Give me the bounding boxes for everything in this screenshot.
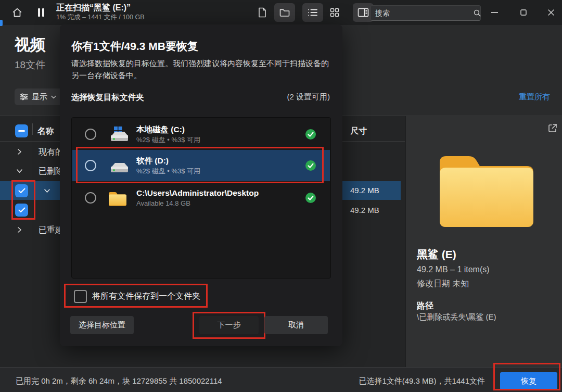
writable-check-icon (305, 129, 316, 140)
destination-detail: Available 14.8 GB (136, 199, 259, 208)
dialog-description: 请选择数据恢复的目标位置。我们强烈建议将内容恢复至不同于扫描设备的另一台存储设备… (71, 58, 333, 81)
destination-name: 本地磁盘 (C:) (136, 124, 200, 134)
folder-preview-icon (436, 145, 538, 233)
select-all-checkbox[interactable] (15, 124, 28, 137)
scan-title: 正在扫描“黑鲨 (E:)” (56, 3, 145, 13)
display-filter-label: 显示 (32, 92, 47, 102)
destination-list: 本地磁盘 (C:) %2$ 磁盘 • %3$ 可用 (71, 117, 331, 279)
pause-button[interactable] (34, 6, 48, 19)
expander-collapsed-icon[interactable] (17, 226, 22, 233)
close-icon (548, 9, 554, 16)
c-drive-icon (108, 126, 129, 143)
grid-icon (330, 8, 339, 17)
document-icon (258, 7, 267, 18)
column-header-name[interactable]: 名称 (37, 126, 54, 137)
folder-small-icon (108, 190, 129, 206)
file-size-cell: 49.2 MB (350, 186, 379, 195)
annotation-checkboxes (11, 180, 35, 220)
maximize-icon (520, 9, 527, 16)
home-button[interactable] (8, 5, 26, 20)
file-view-button[interactable] (254, 5, 271, 20)
annotation-next-button (193, 312, 265, 339)
display-filter-button[interactable]: 显示 (15, 88, 67, 105)
close-button[interactable] (541, 4, 561, 21)
preview-path-label: 路径 (417, 301, 433, 312)
file-count-label: 18文件 (15, 58, 45, 72)
app-window: 正在扫描“黑鲨 (E:)” 1% 完成 – 1441 文件 / 100 GB (0, 0, 562, 392)
list-view-button[interactable] (302, 3, 323, 22)
destination-item-desktop[interactable]: C:\Users\Administrator\Desktop Available… (72, 182, 330, 213)
preview-modified: 修改日期 未知 (417, 279, 469, 289)
destination-detail: %2$ 磁盘 • %3$ 可用 (136, 136, 200, 144)
destination-name: C:\Users\Administrator\Desktop (136, 188, 259, 198)
preview-path-value: \已删除或丢失\黑鲨 (E) (417, 312, 496, 322)
column-separator (32, 123, 33, 135)
indeterminate-mark (18, 130, 25, 132)
page-title: 视频 (15, 34, 46, 56)
pause-icon (37, 8, 45, 17)
annotation-selected-destination (76, 147, 324, 183)
writable-check-icon (305, 192, 316, 204)
search-input[interactable] (371, 9, 474, 17)
scan-status: 正在扫描“黑鲨 (E:)” 1% 完成 – 1441 文件 / 100 GB (56, 3, 145, 22)
search-field[interactable] (371, 5, 481, 21)
home-icon (11, 7, 23, 18)
status-bar: 已用完 0h 2m，剩余 6h 24m，块 12729855 共 1850022… (0, 367, 562, 392)
destination-section-label: 选择恢复目标文件夹 (71, 92, 144, 103)
nav-accent-bar (0, 20, 3, 26)
dialog-title: 你有1文件/49.3 MB要恢复 (71, 39, 198, 54)
folder-icon (279, 8, 290, 17)
annotation-recover-button (493, 363, 560, 390)
preview-item-name: 黑鲨 (E) (417, 247, 456, 262)
chevron-down-icon (51, 95, 56, 99)
grid-view-button[interactable] (326, 5, 343, 20)
expander-expanded-icon[interactable] (16, 169, 23, 173)
status-selection-summary: 已选择1文件(49.3 MB)，共1441文件 (359, 376, 485, 386)
preview-panel: 黑鲨 (E) 49.2 MB – 1 item(s) 修改日期 未知 路径 \已… (405, 116, 562, 367)
recovery-dialog: 你有1文件/49.3 MB要恢复 请选择数据恢复的目标位置。我们强烈建议将内容恢… (60, 24, 342, 346)
reset-all-link[interactable]: 重置所有 (519, 92, 550, 102)
destination-item-c-drive[interactable]: 本地磁盘 (C:) %2$ 磁盘 • %3$ 可用 (72, 119, 330, 150)
choose-destination-button[interactable]: 选择目标位置 (70, 316, 134, 334)
search-icon (474, 9, 481, 17)
expander-collapsed-icon[interactable] (17, 148, 22, 155)
folder-view-button[interactable] (274, 3, 295, 22)
radio-unselected[interactable] (85, 192, 96, 204)
radio-unselected[interactable] (85, 129, 96, 140)
preview-size: 49.2 MB – 1 item(s) (417, 265, 490, 274)
minimize-button[interactable] (484, 4, 505, 21)
maximize-button[interactable] (513, 4, 534, 21)
file-size-cell: 49.2 MB (350, 206, 379, 214)
list-icon (308, 8, 318, 17)
expander-expanded-icon[interactable] (44, 188, 50, 193)
cancel-button[interactable]: 取消 (264, 316, 328, 334)
open-external-icon[interactable] (547, 123, 558, 133)
destination-section-hint: (2 设置可用) (287, 92, 330, 102)
title-bar: 正在扫描“黑鲨 (E:)” 1% 完成 – 1441 文件 / 100 GB (0, 0, 562, 25)
column-header-size[interactable]: 尺寸 (350, 126, 367, 137)
minimize-icon (491, 12, 498, 13)
scan-progress: 1% 完成 – 1441 文件 / 100 GB (56, 14, 145, 22)
side-panel-icon (357, 8, 369, 17)
filter-sliders-icon (20, 93, 28, 100)
annotation-single-folder-checkbox (64, 284, 208, 308)
status-elapsed-remaining: 已用完 0h 2m，剩余 6h 24m，块 12729855 共 1850022… (16, 376, 222, 386)
